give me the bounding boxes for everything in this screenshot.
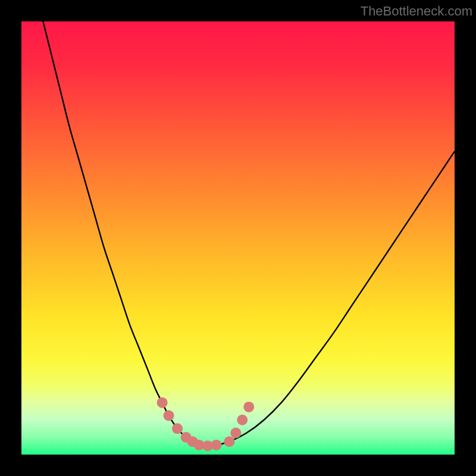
- chart-svg: [21, 21, 455, 455]
- chart-container: TheBottleneck.com: [0, 0, 476, 476]
- curve-marker: [237, 415, 248, 425]
- curve-marker: [164, 410, 174, 421]
- curve-marker: [243, 402, 254, 412]
- curve-marker: [211, 440, 222, 450]
- plot-area: [21, 21, 455, 455]
- watermark-text: TheBottleneck.com: [361, 4, 472, 19]
- gradient-background: [21, 21, 455, 455]
- curve-marker: [172, 423, 183, 434]
- curve-marker: [230, 428, 241, 439]
- curve-marker: [224, 436, 234, 447]
- curve-marker: [157, 397, 168, 408]
